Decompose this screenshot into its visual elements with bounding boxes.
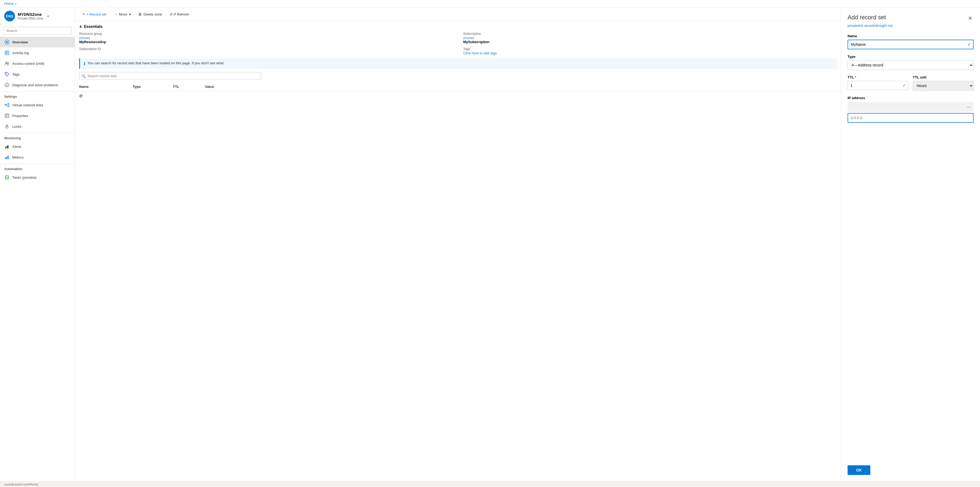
content-area: + + Record set → Move ▾ 🗑 Delete zone ↺ … [75, 8, 841, 481]
tasks-preview-icon [4, 175, 10, 180]
sidebar-item-diagnose[interactable]: Diagnose and solve problems [0, 80, 75, 90]
svg-rect-23 [6, 156, 7, 159]
sidebar-item-label-activity-log: Activity log [12, 51, 29, 55]
sidebar-item-locks[interactable]: Locks [0, 121, 75, 132]
ip-address-label: IP address [848, 96, 974, 100]
sidebar-item-access-control[interactable]: Access control (IAM) [0, 58, 75, 69]
add-icon: + [83, 12, 85, 17]
table-row[interactable]: @ [75, 91, 841, 101]
panel-name-input-container: ✓ [848, 40, 974, 49]
tags-label: Tags [463, 47, 837, 51]
resource-group-value-row: (move) [79, 36, 453, 40]
col-name: Name [79, 85, 133, 89]
panel-type-select[interactable]: A – Address record AAAA – IPv6 address r… [848, 60, 974, 70]
move-label: Move [119, 12, 127, 16]
add-record-set-label: + Record set [86, 12, 106, 16]
sidebar-item-label-access-control: Access control (IAM) [12, 62, 45, 65]
ttl-unit-label: TTL unit [913, 75, 974, 79]
sidebar-resource-info: MYDNSZone Private DNS zone [18, 12, 43, 20]
locks-icon [4, 124, 10, 129]
sidebar-collapse-button[interactable]: « [46, 13, 50, 19]
essentials-chevron-icon: ∧ [79, 24, 82, 29]
sidebar-item-tags[interactable]: Tags [0, 69, 75, 80]
ip-address-input[interactable] [848, 113, 974, 123]
essentials-subscription-id: Subscription ID [79, 47, 453, 55]
svg-rect-19 [6, 126, 8, 128]
overview-icon [4, 39, 10, 45]
move-chevron-icon: ▾ [129, 12, 131, 16]
delete-icon: 🗑 [138, 12, 142, 16]
row-name: @ [79, 94, 133, 98]
access-control-icon [4, 61, 10, 66]
col-type: Type [133, 85, 173, 89]
sidebar-search-input[interactable] [3, 27, 72, 35]
panel-title: Add record set [848, 14, 886, 21]
search-record-sets-input[interactable] [79, 72, 261, 80]
sidebar-item-overview[interactable]: Overview [0, 37, 75, 48]
records-table: Name Type TTL Value @ [75, 83, 841, 481]
resource-group-label: Resource group [79, 32, 453, 36]
search-wrapper: 🔍 [79, 72, 261, 80]
resource-group-move-link[interactable]: (move) [79, 36, 90, 40]
svg-rect-10 [5, 104, 6, 105]
breadcrumb-home[interactable]: Home [4, 2, 14, 6]
main-container: DNS MYDNSZone Private DNS zone « Overvie… [0, 8, 980, 481]
panel-type-label: Type [848, 55, 974, 59]
panel-name-check-icon: ✓ [967, 42, 971, 47]
svg-point-1 [6, 41, 8, 43]
essentials-grid: Resource group (move) MyResourceGrp Subs… [79, 32, 837, 55]
dns-avatar: DNS [4, 11, 15, 21]
panel-type-field: Type A – Address record AAAA – IPv6 addr… [848, 55, 974, 70]
ok-button[interactable]: OK [848, 465, 870, 475]
sidebar: DNS MYDNSZone Private DNS zone « Overvie… [0, 8, 75, 481]
search-records-container: 🔍 [75, 72, 841, 83]
virtual-network-links-icon [4, 102, 10, 108]
tags-add-link[interactable]: Click here to add tags [463, 51, 497, 55]
add-record-set-panel: Add record set ✕ privatelink.azurehdinsi… [841, 8, 980, 481]
ttl-unit-select[interactable]: Seconds Minutes Hours Days [913, 81, 974, 91]
status-url: s.portal.azure.com/#home [4, 483, 38, 486]
move-button[interactable]: → Move ▾ [110, 11, 134, 18]
panel-footer: OK [848, 459, 974, 475]
row-value [205, 94, 837, 98]
add-record-set-button[interactable]: + + Record set [79, 10, 110, 18]
row-type [133, 94, 173, 98]
table-header: Name Type TTL Value [75, 83, 841, 91]
sidebar-header: DNS MYDNSZone Private DNS zone « [0, 8, 75, 25]
move-arrow-icon: → [114, 12, 117, 16]
delete-zone-button[interactable]: 🗑 Delete zone [135, 11, 165, 18]
breadcrumb[interactable]: Home › [4, 2, 976, 6]
svg-rect-24 [8, 156, 9, 159]
essentials-subscription: Subscription (move) MySubscription [463, 32, 837, 44]
settings-section-label: Settings [0, 91, 75, 100]
subscription-move-link[interactable]: (move) [463, 36, 474, 40]
sidebar-item-properties[interactable]: Properties [0, 110, 75, 121]
subscription-value-row: (move) [463, 36, 837, 40]
essentials-tags: Tags Click here to add tags [463, 47, 837, 55]
essentials-header[interactable]: ∧ Essentials [79, 24, 837, 29]
ttl-row: TTL * ✓ TTL unit Seconds Minutes Hours D… [848, 75, 974, 91]
sidebar-item-metrics[interactable]: Metrics [0, 152, 75, 163]
sidebar-item-virtual-network-links[interactable]: Virtual network links [0, 100, 75, 110]
refresh-button[interactable]: ↺ ↺ Refresh [166, 11, 192, 18]
sidebar-item-label-properties: Properties [12, 114, 28, 118]
panel-name-field: Name ✓ [848, 34, 974, 49]
sidebar-item-label-overview: Overview [12, 40, 28, 44]
tags-icon [4, 72, 10, 77]
delete-zone-label: Delete zone [143, 12, 162, 16]
ttl-label: TTL * [848, 75, 908, 79]
sidebar-search-container [0, 25, 75, 37]
panel-name-input[interactable] [848, 40, 974, 49]
sidebar-item-alerts[interactable]: Alerts [0, 141, 75, 152]
ip-more-options-icon[interactable]: ··· [967, 104, 971, 110]
sidebar-item-label-tags: Tags [12, 72, 19, 77]
breadcrumb-arrow: › [15, 2, 16, 6]
ttl-input[interactable] [848, 81, 908, 90]
subscription-id-label: Subscription ID [79, 47, 453, 51]
sidebar-item-activity-log[interactable]: Activity log [0, 48, 75, 58]
sidebar-item-label-metrics: Metrics [12, 155, 24, 160]
alerts-icon [4, 144, 10, 149]
sidebar-item-tasks-preview[interactable]: Tasks (preview) [0, 172, 75, 183]
info-banner: ℹ You can search for record sets that ha… [79, 58, 837, 69]
panel-close-button[interactable]: ✕ [967, 14, 974, 22]
